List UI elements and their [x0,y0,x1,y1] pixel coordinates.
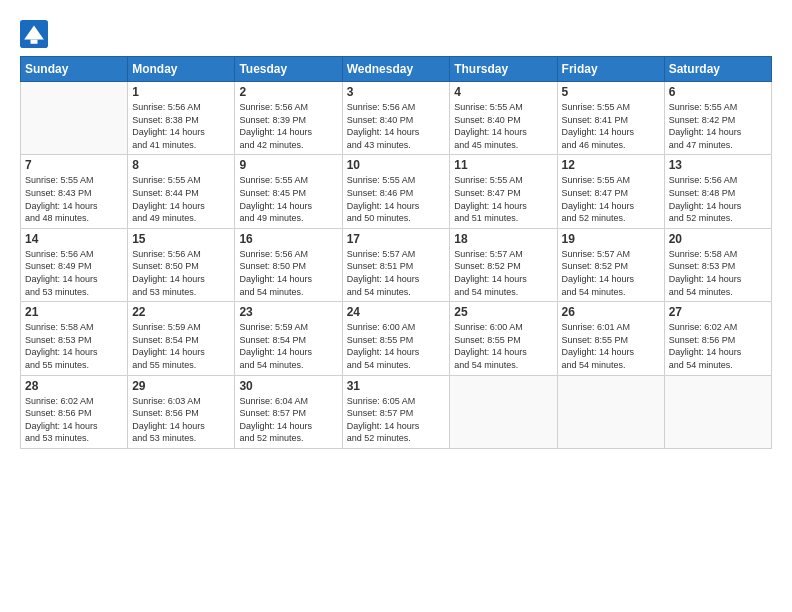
calendar-cell: 11Sunrise: 5:55 AM Sunset: 8:47 PM Dayli… [450,155,557,228]
calendar-cell: 4Sunrise: 5:55 AM Sunset: 8:40 PM Daylig… [450,82,557,155]
header-day: Saturday [664,57,771,82]
header-day: Friday [557,57,664,82]
day-info: Sunrise: 5:56 AM Sunset: 8:50 PM Dayligh… [239,248,337,298]
calendar-cell [557,375,664,448]
calendar-cell [21,82,128,155]
calendar-cell: 8Sunrise: 5:55 AM Sunset: 8:44 PM Daylig… [128,155,235,228]
day-info: Sunrise: 5:55 AM Sunset: 8:47 PM Dayligh… [562,174,660,224]
day-info: Sunrise: 5:56 AM Sunset: 8:39 PM Dayligh… [239,101,337,151]
header [20,16,772,48]
day-number: 31 [347,379,446,393]
header-day: Wednesday [342,57,450,82]
header-day: Monday [128,57,235,82]
day-number: 28 [25,379,123,393]
day-number: 19 [562,232,660,246]
day-number: 14 [25,232,123,246]
day-info: Sunrise: 5:59 AM Sunset: 8:54 PM Dayligh… [239,321,337,371]
day-info: Sunrise: 5:56 AM Sunset: 8:38 PM Dayligh… [132,101,230,151]
day-number: 26 [562,305,660,319]
calendar-cell: 17Sunrise: 5:57 AM Sunset: 8:51 PM Dayli… [342,228,450,301]
day-info: Sunrise: 5:55 AM Sunset: 8:40 PM Dayligh… [454,101,552,151]
calendar-cell: 29Sunrise: 6:03 AM Sunset: 8:56 PM Dayli… [128,375,235,448]
day-info: Sunrise: 5:56 AM Sunset: 8:40 PM Dayligh… [347,101,446,151]
calendar-cell: 13Sunrise: 5:56 AM Sunset: 8:48 PM Dayli… [664,155,771,228]
day-number: 30 [239,379,337,393]
header-day: Thursday [450,57,557,82]
calendar-cell: 25Sunrise: 6:00 AM Sunset: 8:55 PM Dayli… [450,302,557,375]
header-row: SundayMondayTuesdayWednesdayThursdayFrid… [21,57,772,82]
day-number: 1 [132,85,230,99]
day-info: Sunrise: 6:02 AM Sunset: 8:56 PM Dayligh… [25,395,123,445]
header-day: Tuesday [235,57,342,82]
day-info: Sunrise: 5:56 AM Sunset: 8:49 PM Dayligh… [25,248,123,298]
calendar-cell: 10Sunrise: 5:55 AM Sunset: 8:46 PM Dayli… [342,155,450,228]
page: SundayMondayTuesdayWednesdayThursdayFrid… [0,0,792,612]
logo-icon [20,20,48,48]
day-info: Sunrise: 6:02 AM Sunset: 8:56 PM Dayligh… [669,321,767,371]
day-number: 25 [454,305,552,319]
calendar-cell [664,375,771,448]
calendar-cell: 7Sunrise: 5:55 AM Sunset: 8:43 PM Daylig… [21,155,128,228]
calendar-cell: 14Sunrise: 5:56 AM Sunset: 8:49 PM Dayli… [21,228,128,301]
calendar-cell: 5Sunrise: 5:55 AM Sunset: 8:41 PM Daylig… [557,82,664,155]
calendar-cell: 16Sunrise: 5:56 AM Sunset: 8:50 PM Dayli… [235,228,342,301]
calendar-cell: 22Sunrise: 5:59 AM Sunset: 8:54 PM Dayli… [128,302,235,375]
day-info: Sunrise: 5:55 AM Sunset: 8:42 PM Dayligh… [669,101,767,151]
day-number: 10 [347,158,446,172]
day-info: Sunrise: 5:56 AM Sunset: 8:50 PM Dayligh… [132,248,230,298]
calendar-cell: 19Sunrise: 5:57 AM Sunset: 8:52 PM Dayli… [557,228,664,301]
day-info: Sunrise: 5:57 AM Sunset: 8:52 PM Dayligh… [454,248,552,298]
day-number: 8 [132,158,230,172]
calendar-cell: 1Sunrise: 5:56 AM Sunset: 8:38 PM Daylig… [128,82,235,155]
calendar: SundayMondayTuesdayWednesdayThursdayFrid… [20,56,772,449]
day-number: 9 [239,158,337,172]
calendar-cell: 30Sunrise: 6:04 AM Sunset: 8:57 PM Dayli… [235,375,342,448]
day-info: Sunrise: 5:57 AM Sunset: 8:52 PM Dayligh… [562,248,660,298]
calendar-cell: 20Sunrise: 5:58 AM Sunset: 8:53 PM Dayli… [664,228,771,301]
day-number: 24 [347,305,446,319]
calendar-week: 28Sunrise: 6:02 AM Sunset: 8:56 PM Dayli… [21,375,772,448]
day-number: 6 [669,85,767,99]
day-info: Sunrise: 6:03 AM Sunset: 8:56 PM Dayligh… [132,395,230,445]
day-number: 12 [562,158,660,172]
day-number: 18 [454,232,552,246]
day-info: Sunrise: 5:57 AM Sunset: 8:51 PM Dayligh… [347,248,446,298]
calendar-cell: 28Sunrise: 6:02 AM Sunset: 8:56 PM Dayli… [21,375,128,448]
calendar-week: 21Sunrise: 5:58 AM Sunset: 8:53 PM Dayli… [21,302,772,375]
day-number: 7 [25,158,123,172]
day-info: Sunrise: 5:59 AM Sunset: 8:54 PM Dayligh… [132,321,230,371]
calendar-cell: 12Sunrise: 5:55 AM Sunset: 8:47 PM Dayli… [557,155,664,228]
day-number: 23 [239,305,337,319]
calendar-cell: 18Sunrise: 5:57 AM Sunset: 8:52 PM Dayli… [450,228,557,301]
day-info: Sunrise: 6:00 AM Sunset: 8:55 PM Dayligh… [347,321,446,371]
day-number: 17 [347,232,446,246]
calendar-cell: 21Sunrise: 5:58 AM Sunset: 8:53 PM Dayli… [21,302,128,375]
day-number: 11 [454,158,552,172]
day-number: 15 [132,232,230,246]
day-info: Sunrise: 5:55 AM Sunset: 8:45 PM Dayligh… [239,174,337,224]
day-number: 5 [562,85,660,99]
day-info: Sunrise: 5:56 AM Sunset: 8:48 PM Dayligh… [669,174,767,224]
day-info: Sunrise: 6:05 AM Sunset: 8:57 PM Dayligh… [347,395,446,445]
calendar-cell: 3Sunrise: 5:56 AM Sunset: 8:40 PM Daylig… [342,82,450,155]
calendar-cell: 9Sunrise: 5:55 AM Sunset: 8:45 PM Daylig… [235,155,342,228]
day-number: 21 [25,305,123,319]
calendar-cell: 27Sunrise: 6:02 AM Sunset: 8:56 PM Dayli… [664,302,771,375]
day-info: Sunrise: 6:00 AM Sunset: 8:55 PM Dayligh… [454,321,552,371]
day-number: 20 [669,232,767,246]
day-number: 22 [132,305,230,319]
calendar-week: 1Sunrise: 5:56 AM Sunset: 8:38 PM Daylig… [21,82,772,155]
day-number: 4 [454,85,552,99]
header-day: Sunday [21,57,128,82]
day-number: 27 [669,305,767,319]
day-info: Sunrise: 5:55 AM Sunset: 8:47 PM Dayligh… [454,174,552,224]
logo [20,20,50,48]
calendar-cell: 24Sunrise: 6:00 AM Sunset: 8:55 PM Dayli… [342,302,450,375]
day-number: 2 [239,85,337,99]
day-info: Sunrise: 5:58 AM Sunset: 8:53 PM Dayligh… [25,321,123,371]
day-info: Sunrise: 5:55 AM Sunset: 8:46 PM Dayligh… [347,174,446,224]
day-number: 16 [239,232,337,246]
calendar-cell: 15Sunrise: 5:56 AM Sunset: 8:50 PM Dayli… [128,228,235,301]
day-info: Sunrise: 5:55 AM Sunset: 8:43 PM Dayligh… [25,174,123,224]
calendar-cell: 23Sunrise: 5:59 AM Sunset: 8:54 PM Dayli… [235,302,342,375]
